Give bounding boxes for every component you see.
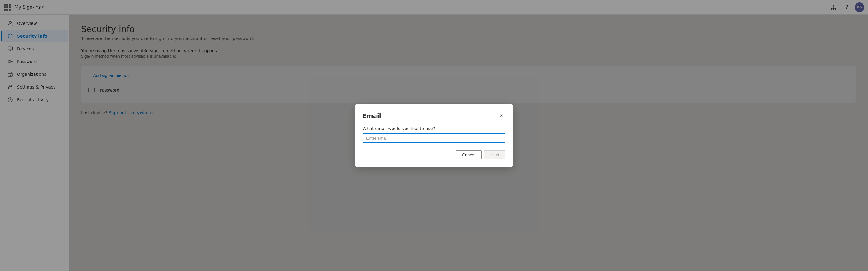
email-input[interactable] — [363, 133, 505, 143]
dialog-body: What email would you like to use? — [363, 126, 505, 143]
close-icon: ✕ — [499, 113, 503, 119]
next-button[interactable]: Next — [484, 150, 505, 159]
dialog-footer: Cancel Next — [363, 150, 505, 159]
dialog-header: Email ✕ — [363, 112, 505, 120]
dialog-overlay: Email ✕ What email would you like to use… — [0, 0, 868, 271]
dialog-title: Email — [363, 112, 381, 119]
email-dialog: Email ✕ What email would you like to use… — [355, 104, 513, 167]
cancel-button[interactable]: Cancel — [456, 150, 482, 159]
dialog-close-button[interactable]: ✕ — [497, 112, 505, 120]
email-question-label: What email would you like to use? — [363, 126, 505, 131]
